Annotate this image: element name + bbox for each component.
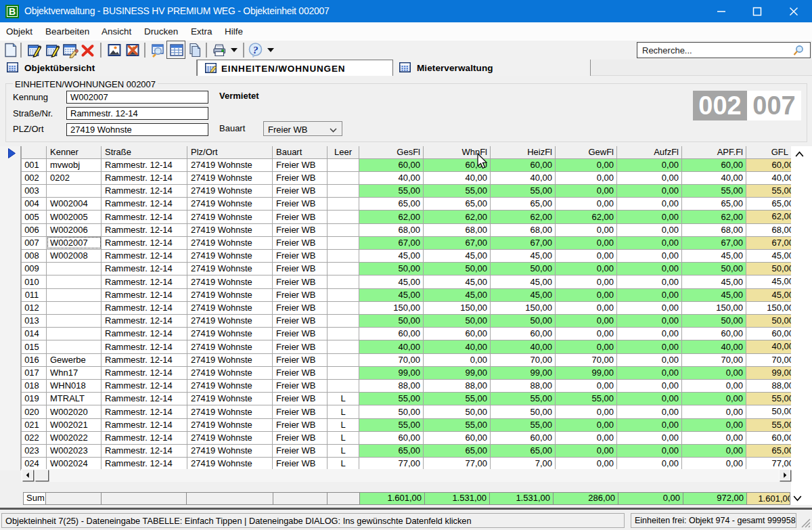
svg-text:?: ?	[253, 44, 258, 56]
